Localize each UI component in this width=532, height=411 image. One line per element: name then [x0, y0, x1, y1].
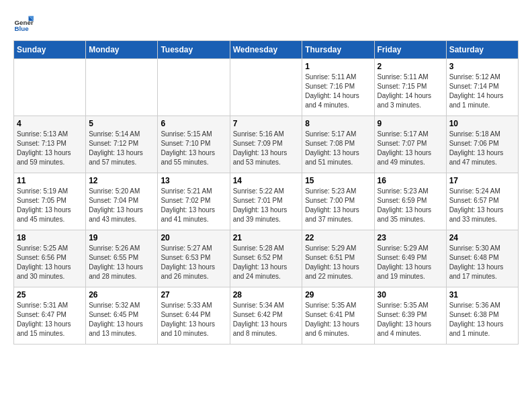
- day-number: 13: [161, 176, 226, 185]
- day-info: Sunrise: 5:28 AMSunset: 6:52 PMDaylight:…: [233, 244, 300, 281]
- day-info: Sunrise: 5:35 AMSunset: 6:41 PMDaylight:…: [305, 301, 371, 338]
- day-info: Sunrise: 5:20 AMSunset: 7:04 PMDaylight:…: [89, 187, 154, 224]
- day-number: 10: [449, 119, 515, 128]
- day-cell: 8Sunrise: 5:17 AMSunset: 7:08 PMDaylight…: [302, 116, 374, 173]
- header-cell-thursday: Thursday: [302, 41, 374, 59]
- day-info: Sunrise: 5:23 AMSunset: 7:00 PMDaylight:…: [305, 187, 371, 224]
- day-number: 8: [305, 119, 371, 128]
- day-info: Sunrise: 5:17 AMSunset: 7:08 PMDaylight:…: [305, 130, 371, 167]
- day-number: 29: [305, 290, 371, 300]
- day-number: 1: [305, 62, 371, 71]
- day-number: 16: [378, 176, 443, 185]
- day-cell: [86, 59, 158, 116]
- header-cell-saturday: Saturday: [446, 41, 518, 59]
- day-number: 14: [233, 176, 300, 185]
- day-number: 12: [89, 176, 154, 185]
- day-cell: 4Sunrise: 5:13 AMSunset: 7:13 PMDaylight…: [14, 116, 86, 173]
- day-cell: 24Sunrise: 5:30 AMSunset: 6:48 PMDayligh…: [446, 230, 518, 287]
- calendar-table: SundayMondayTuesdayWednesdayThursdayFrid…: [13, 40, 519, 345]
- week-row-1: 1Sunrise: 5:11 AMSunset: 7:16 PMDaylight…: [14, 59, 519, 116]
- day-cell: 9Sunrise: 5:17 AMSunset: 7:07 PMDaylight…: [374, 116, 446, 173]
- day-info: Sunrise: 5:18 AMSunset: 7:06 PMDaylight:…: [449, 130, 515, 167]
- logo-icon: General Blue: [13, 13, 34, 34]
- day-number: 2: [378, 62, 443, 71]
- day-cell: 2Sunrise: 5:11 AMSunset: 7:15 PMDaylight…: [374, 59, 446, 116]
- day-number: 28: [233, 290, 300, 300]
- day-cell: 11Sunrise: 5:19 AMSunset: 7:05 PMDayligh…: [14, 173, 86, 230]
- day-info: Sunrise: 5:15 AMSunset: 7:10 PMDaylight:…: [161, 130, 226, 167]
- day-info: Sunrise: 5:29 AMSunset: 6:49 PMDaylight:…: [378, 244, 443, 281]
- page-header: General Blue: [13, 13, 519, 34]
- day-cell: 14Sunrise: 5:22 AMSunset: 7:01 PMDayligh…: [230, 173, 302, 230]
- week-row-2: 4Sunrise: 5:13 AMSunset: 7:13 PMDaylight…: [14, 116, 519, 173]
- day-number: 5: [89, 119, 154, 128]
- day-cell: 23Sunrise: 5:29 AMSunset: 6:49 PMDayligh…: [374, 230, 446, 287]
- day-info: Sunrise: 5:31 AMSunset: 6:47 PMDaylight:…: [17, 301, 83, 338]
- day-info: Sunrise: 5:11 AMSunset: 7:15 PMDaylight:…: [378, 73, 443, 110]
- header-cell-tuesday: Tuesday: [158, 41, 230, 59]
- day-info: Sunrise: 5:26 AMSunset: 6:55 PMDaylight:…: [89, 244, 154, 281]
- day-number: 21: [233, 233, 300, 242]
- day-info: Sunrise: 5:23 AMSunset: 6:59 PMDaylight:…: [378, 187, 443, 224]
- day-number: 4: [17, 119, 83, 128]
- day-cell: [230, 59, 302, 116]
- header-cell-wednesday: Wednesday: [230, 41, 302, 59]
- header-row: SundayMondayTuesdayWednesdayThursdayFrid…: [14, 41, 519, 59]
- day-cell: 27Sunrise: 5:33 AMSunset: 6:44 PMDayligh…: [158, 287, 230, 345]
- day-cell: 13Sunrise: 5:21 AMSunset: 7:02 PMDayligh…: [158, 173, 230, 230]
- day-cell: 25Sunrise: 5:31 AMSunset: 6:47 PMDayligh…: [14, 287, 86, 345]
- week-row-4: 18Sunrise: 5:25 AMSunset: 6:56 PMDayligh…: [14, 230, 519, 287]
- day-cell: 20Sunrise: 5:27 AMSunset: 6:53 PMDayligh…: [158, 230, 230, 287]
- day-info: Sunrise: 5:34 AMSunset: 6:42 PMDaylight:…: [233, 301, 300, 338]
- day-cell: 26Sunrise: 5:32 AMSunset: 6:45 PMDayligh…: [86, 287, 158, 345]
- day-number: 25: [17, 290, 83, 300]
- day-cell: 28Sunrise: 5:34 AMSunset: 6:42 PMDayligh…: [230, 287, 302, 345]
- calendar-body: 1Sunrise: 5:11 AMSunset: 7:16 PMDaylight…: [14, 59, 519, 345]
- day-number: 24: [449, 233, 515, 242]
- day-info: Sunrise: 5:25 AMSunset: 6:56 PMDaylight:…: [17, 244, 83, 281]
- day-info: Sunrise: 5:16 AMSunset: 7:09 PMDaylight:…: [233, 130, 300, 167]
- day-cell: 10Sunrise: 5:18 AMSunset: 7:06 PMDayligh…: [446, 116, 518, 173]
- day-cell: 31Sunrise: 5:36 AMSunset: 6:38 PMDayligh…: [446, 287, 518, 345]
- day-number: 18: [17, 233, 83, 242]
- day-number: 19: [89, 233, 154, 242]
- day-number: 23: [378, 233, 443, 242]
- header-cell-monday: Monday: [86, 41, 158, 59]
- logo: General Blue: [13, 13, 34, 34]
- day-cell: 5Sunrise: 5:14 AMSunset: 7:12 PMDaylight…: [86, 116, 158, 173]
- day-cell: 29Sunrise: 5:35 AMSunset: 6:41 PMDayligh…: [302, 287, 374, 345]
- day-cell: 17Sunrise: 5:24 AMSunset: 6:57 PMDayligh…: [446, 173, 518, 230]
- day-info: Sunrise: 5:29 AMSunset: 6:51 PMDaylight:…: [305, 244, 371, 281]
- day-cell: 22Sunrise: 5:29 AMSunset: 6:51 PMDayligh…: [302, 230, 374, 287]
- day-info: Sunrise: 5:36 AMSunset: 6:38 PMDaylight:…: [449, 301, 515, 338]
- day-number: 15: [305, 176, 371, 185]
- day-number: 9: [378, 119, 443, 128]
- svg-text:Blue: Blue: [15, 25, 30, 32]
- day-number: 17: [449, 176, 515, 185]
- day-number: 7: [233, 119, 300, 128]
- calendar-header: SundayMondayTuesdayWednesdayThursdayFrid…: [14, 41, 519, 59]
- day-number: 20: [161, 233, 226, 242]
- day-cell: 16Sunrise: 5:23 AMSunset: 6:59 PMDayligh…: [374, 173, 446, 230]
- day-info: Sunrise: 5:11 AMSunset: 7:16 PMDaylight:…: [305, 73, 371, 110]
- day-info: Sunrise: 5:33 AMSunset: 6:44 PMDaylight:…: [161, 301, 226, 338]
- day-info: Sunrise: 5:35 AMSunset: 6:39 PMDaylight:…: [378, 301, 443, 338]
- day-number: 3: [449, 62, 515, 71]
- day-info: Sunrise: 5:27 AMSunset: 6:53 PMDaylight:…: [161, 244, 226, 281]
- header-cell-sunday: Sunday: [14, 41, 86, 59]
- day-cell: [158, 59, 230, 116]
- day-number: 11: [17, 176, 83, 185]
- day-cell: [14, 59, 86, 116]
- day-info: Sunrise: 5:22 AMSunset: 7:01 PMDaylight:…: [233, 187, 300, 224]
- day-number: 31: [449, 290, 515, 300]
- day-info: Sunrise: 5:21 AMSunset: 7:02 PMDaylight:…: [161, 187, 226, 224]
- day-number: 6: [161, 119, 226, 128]
- day-info: Sunrise: 5:19 AMSunset: 7:05 PMDaylight:…: [17, 187, 83, 224]
- week-row-5: 25Sunrise: 5:31 AMSunset: 6:47 PMDayligh…: [14, 287, 519, 345]
- day-info: Sunrise: 5:17 AMSunset: 7:07 PMDaylight:…: [378, 130, 443, 167]
- day-info: Sunrise: 5:32 AMSunset: 6:45 PMDaylight:…: [89, 301, 154, 338]
- day-info: Sunrise: 5:30 AMSunset: 6:48 PMDaylight:…: [449, 244, 515, 281]
- day-cell: 1Sunrise: 5:11 AMSunset: 7:16 PMDaylight…: [302, 59, 374, 116]
- day-cell: 3Sunrise: 5:12 AMSunset: 7:14 PMDaylight…: [446, 59, 518, 116]
- day-cell: 6Sunrise: 5:15 AMSunset: 7:10 PMDaylight…: [158, 116, 230, 173]
